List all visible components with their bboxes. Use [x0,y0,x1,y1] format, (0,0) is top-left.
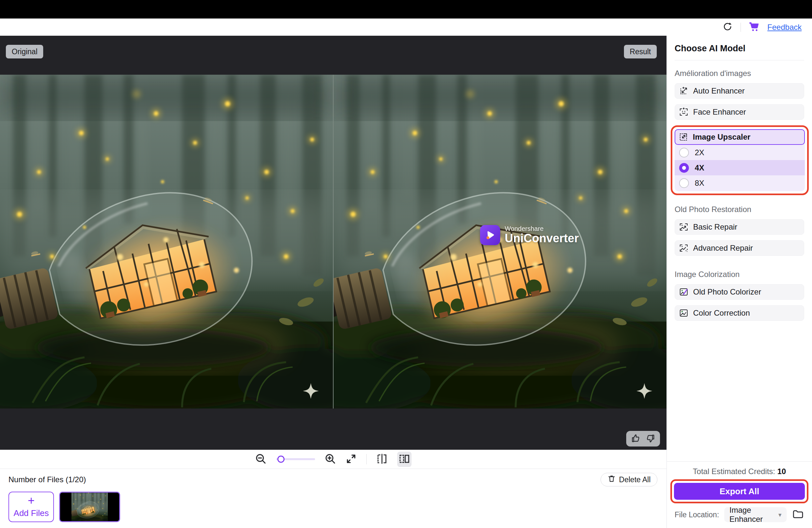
annotation-box-upscaler: Image Upscaler 2X 4X 8X [671,125,809,195]
side-by-side-button[interactable] [397,452,411,467]
trash-icon [607,474,616,485]
model-advanced-repair[interactable]: Advanced Repair [675,240,804,256]
preview-column: Original Result [0,36,667,528]
compare-canvas: Original Result [0,36,667,450]
radio-unselected-icon [679,148,689,158]
model-label: Color Correction [693,308,750,318]
chevron-down-icon: ▾ [778,511,782,518]
sparkle-watermark-icon [302,382,320,400]
thumbs-up-icon [630,433,641,444]
delete-all-button[interactable]: Delete All [600,473,657,486]
toolbar-divider [366,454,367,464]
result-label-button[interactable]: Result [624,45,657,58]
model-label: Image Upscaler [693,132,750,142]
upscale-option-label: 2X [695,148,704,157]
sidebar-footer: Total Estimated Credits: 10 Export All F… [667,461,812,528]
add-files-button[interactable]: + Add Files [9,492,54,522]
face-enhancer-icon [679,107,688,117]
original-photo [0,75,333,409]
open-folder-button[interactable] [792,508,804,522]
old-photo-colorizer-icon [679,287,688,297]
split-view-icon [376,453,388,465]
credits-label: Total Estimated Credits: [693,467,775,476]
viewer-toolbar [0,450,667,469]
model-auto-enhancer[interactable]: Auto Enhancer [675,83,804,99]
feedback-link[interactable]: Feedback [768,23,802,32]
upscale-option-label: 8X [695,179,704,188]
thumbs-down-button[interactable] [646,433,656,444]
file-location-value: Image Enhancer [729,505,779,524]
file-list-panel: Number of Files (1/20) Delete All + Add [0,469,667,528]
model-basic-repair[interactable]: Basic Repair [675,219,804,235]
upscale-option-2x[interactable]: 2X [675,145,805,160]
plus-icon: + [28,496,34,506]
sidebar-title: Choose AI Model [675,44,804,54]
uniconverter-logo-icon [480,225,500,245]
credits-line: Total Estimated Credits: 10 [675,467,804,476]
model-label: Old Photo Colorizer [693,288,761,296]
credits-value: 10 [777,467,786,476]
add-files-label: Add Files [14,508,49,518]
sidebar-divider [675,60,804,60]
zoom-in-button[interactable] [325,453,336,465]
file-thumbnail-image [71,493,108,521]
feedback-thumbs-group [626,431,660,446]
model-label: Advanced Repair [693,244,753,253]
purchase-cart-button[interactable] [749,21,760,33]
basic-repair-icon [679,222,688,232]
zoom-in-icon [325,453,336,465]
split-compare-button[interactable] [376,453,388,465]
expand-icon [346,453,357,465]
file-location-dropdown[interactable]: Image Enhancer ▾ [724,507,787,522]
section-image-colorization: Image Colorization [675,270,804,279]
image-upscaler-group: Image Upscaler 2X 4X 8X [675,129,805,191]
model-label: Face Enhancer [693,107,746,117]
original-image-pane [0,75,333,409]
result-image-pane: Wondershare UniConverter [334,75,667,409]
model-label: Basic Repair [693,222,737,232]
zoom-out-icon [255,453,266,465]
refresh-button[interactable] [722,21,733,33]
auto-enhancer-icon [679,86,688,96]
export-all-button[interactable]: Export All [674,483,805,500]
file-thumbnail-selected[interactable] [59,492,120,522]
original-label-button[interactable]: Original [6,45,43,58]
side-by-side-icon [399,453,410,465]
upscale-option-label: 4X [695,163,704,173]
watermark-brand-text: Wondershare [505,225,579,232]
cart-icon [749,21,760,33]
zoom-slider-thumb[interactable] [277,456,285,463]
window-title-bar [0,0,812,18]
main-area: Original Result [0,36,812,528]
upscale-option-4x[interactable]: 4X [675,160,805,175]
file-location-label: File Location: [675,511,719,519]
zoom-out-button[interactable] [255,453,266,465]
watermark-product-text: UniConverter [505,232,579,245]
app-toolbar: Feedback [0,18,812,36]
file-count-label: Number of Files (1/20) [9,475,86,484]
fit-screen-button[interactable] [346,453,357,465]
model-color-correction[interactable]: Color Correction [675,305,804,321]
radio-selected-icon [679,163,689,173]
advanced-repair-icon [679,243,688,253]
toolbar-divider [741,23,741,32]
radio-unselected-icon [679,178,689,188]
color-correction-icon [679,308,688,318]
thumbs-up-button[interactable] [630,433,641,444]
thumbs-down-icon [646,433,656,444]
file-location-row: File Location: Image Enhancer ▾ [675,507,804,522]
refresh-icon [722,21,733,33]
folder-icon [792,508,804,522]
sparkle-watermark-icon [635,382,653,400]
section-old-photo-restoration: Old Photo Restoration [675,205,804,214]
ai-model-sidebar: Choose AI Model Amélioration d'images Au… [667,36,812,528]
model-image-upscaler[interactable]: Image Upscaler [675,129,805,145]
image-upscaler-icon [679,132,688,142]
image-compare-viewer[interactable]: Wondershare UniConverter [0,75,667,409]
model-old-photo-colorizer[interactable]: Old Photo Colorizer [675,284,804,300]
zoom-slider[interactable] [276,456,315,463]
upscale-option-8x[interactable]: 8X [675,175,805,191]
uniconverter-image-enhancer-window: Feedback Original Result [0,0,812,528]
model-face-enhancer[interactable]: Face Enhancer [675,104,804,120]
delete-all-label: Delete All [619,475,651,484]
